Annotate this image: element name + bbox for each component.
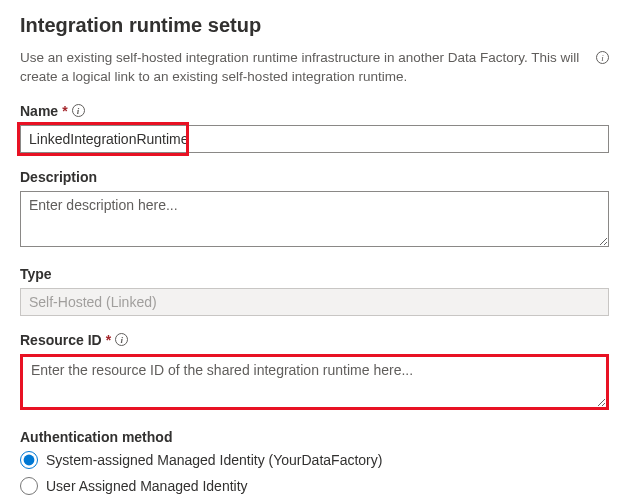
auth-system-assigned-label: System-assigned Managed Identity (YourDa… [46,452,382,468]
auth-system-assigned-option[interactable]: System-assigned Managed Identity (YourDa… [20,451,609,469]
auth-method-label: Authentication method [20,429,172,445]
auth-system-assigned-radio[interactable] [20,451,38,469]
resource-id-input[interactable] [20,354,609,410]
auth-user-assigned-radio[interactable] [20,477,38,495]
resource-id-field-group: Resource ID * i [20,332,609,413]
required-asterisk: * [62,103,67,119]
required-asterisk: * [106,332,111,348]
page-title: Integration runtime setup [20,14,609,37]
name-input[interactable] [20,125,609,153]
info-icon[interactable]: i [72,104,85,117]
type-input [20,288,609,316]
description-field-group: Description [20,169,609,250]
info-icon[interactable]: i [596,51,609,64]
type-label: Type [20,266,52,282]
name-label: Name [20,103,58,119]
description-input[interactable] [20,191,609,247]
info-icon[interactable]: i [115,333,128,346]
description-label: Description [20,169,97,185]
auth-method-field-group: Authentication method System-assigned Ma… [20,429,609,495]
resource-id-label: Resource ID [20,332,102,348]
auth-user-assigned-label: User Assigned Managed Identity [46,478,248,494]
auth-user-assigned-option[interactable]: User Assigned Managed Identity [20,477,609,495]
type-field-group: Type [20,266,609,316]
page-description: Use an existing self-hosted integration … [20,49,609,87]
name-field-group: Name * i [20,103,609,153]
